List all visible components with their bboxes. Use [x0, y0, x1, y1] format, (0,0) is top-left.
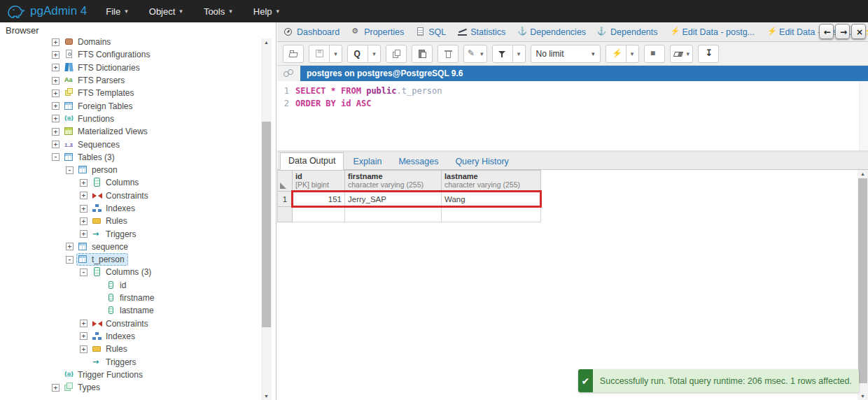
tree-item-domains[interactable]: +Domains	[0, 38, 260, 48]
object-tree[interactable]: +Domains+FTS Configurations+FTS Dictiona…	[0, 38, 260, 400]
save-options-button[interactable]: ▾	[330, 45, 342, 63]
cell-id[interactable]	[293, 207, 345, 222]
tree-expander-icon[interactable]: +	[52, 115, 59, 122]
tree-item-id[interactable]: +id	[0, 279, 260, 292]
stop-button[interactable]	[644, 45, 665, 63]
find-button[interactable]	[347, 45, 368, 63]
tree-item-trigger-functions[interactable]: +Trigger Functions	[0, 369, 260, 381]
tree-expander-icon[interactable]: +	[52, 77, 59, 85]
tree-expander-icon[interactable]: +	[80, 345, 88, 353]
copy-button[interactable]	[386, 45, 407, 63]
tree-item-fts-parsers[interactable]: +FTS Parsers	[0, 74, 260, 87]
column-header-lastname[interactable]: lastnamecharacter varying (255)	[442, 171, 541, 192]
filter-button[interactable]	[492, 45, 513, 63]
tree-item-columns-3[interactable]: -Columns (3)	[0, 266, 260, 278]
save-button[interactable]	[309, 45, 330, 63]
tree-item-fts-dictionaries[interactable]: +FTS Dictionaries	[0, 62, 260, 74]
tree-expander-icon[interactable]: +	[52, 90, 59, 97]
output-scrollbar[interactable]: ▲ ▼	[858, 170, 868, 400]
tree-item-indexes[interactable]: +Indexes	[0, 202, 260, 215]
open-file-button[interactable]	[283, 45, 304, 63]
tree-item-lastname[interactable]: +lastname	[0, 304, 260, 317]
tree-item-fts-templates[interactable]: +FTS Templates	[0, 87, 260, 99]
cell-id[interactable]: 151	[293, 192, 345, 207]
tree-expander-icon[interactable]: +	[52, 64, 59, 71]
cell-firstname[interactable]: Jerry_SAP	[345, 192, 442, 207]
tree-expander-icon[interactable]: +	[80, 205, 88, 213]
sidebar-scrollbar-thumb[interactable]	[262, 122, 271, 327]
execute-button[interactable]	[606, 45, 626, 63]
tree-item-fts-configurations[interactable]: +FTS Configurations	[0, 48, 260, 61]
tree-item-sequences[interactable]: +Sequences	[0, 138, 260, 150]
tree-item-triggers[interactable]: +Triggers	[0, 355, 260, 368]
tree-item-indexes[interactable]: +Indexes	[0, 330, 260, 343]
tab-properties[interactable]: Properties	[351, 27, 404, 37]
row-number[interactable]	[278, 207, 293, 222]
scroll-up-icon[interactable]: ▲	[261, 38, 272, 46]
edit-button[interactable]: ▾	[463, 45, 487, 63]
menu-object[interactable]: Object▾	[139, 0, 193, 22]
close-button[interactable]: ×	[851, 24, 866, 39]
tree-expander-icon[interactable]: +	[52, 141, 59, 148]
menu-tools[interactable]: Tools▾	[193, 0, 243, 22]
sql-editor[interactable]: 1SELECT * FROM public.t_person2ORDER BY …	[277, 81, 868, 150]
cell-lastname[interactable]	[442, 207, 541, 222]
tree-item-types[interactable]: +Types	[0, 381, 260, 394]
tab-sql[interactable]: SQL	[416, 27, 446, 37]
menu-file[interactable]: File▾	[95, 0, 138, 22]
tree-item-sequence[interactable]: +sequence	[0, 241, 260, 253]
tree-expander-icon[interactable]: +	[80, 192, 88, 199]
tree-expander-icon[interactable]: +	[52, 102, 59, 110]
paste-button[interactable]	[412, 45, 433, 63]
tree-item-partial[interactable]: +	[0, 394, 260, 400]
tree-expander-icon[interactable]: -	[80, 269, 88, 276]
tree-item-constraints[interactable]: +Constraints	[0, 317, 260, 330]
menu-help[interactable]: Help▾	[243, 0, 290, 22]
tree-item-tables-3[interactable]: -Tables (3)	[0, 151, 260, 164]
tree-item-materialized-views[interactable]: +Materialized Views	[0, 125, 260, 138]
select-all-corner[interactable]	[278, 171, 293, 192]
sidebar-scrollbar[interactable]: ▲ ▼	[261, 38, 272, 400]
tree-item-columns[interactable]: +Columns	[0, 176, 260, 189]
tree-expander-icon[interactable]: -	[66, 256, 74, 264]
tree-item-person[interactable]: -person	[0, 164, 260, 176]
tab-dashboard[interactable]: Dashboard	[284, 27, 340, 37]
find-options-button[interactable]: ▾	[368, 45, 381, 63]
cell-firstname[interactable]	[345, 207, 442, 222]
output-tab-query-history[interactable]: Query History	[447, 154, 516, 170]
scroll-down-icon[interactable]: ▼	[261, 392, 272, 400]
clear-button[interactable]: ▾	[670, 45, 694, 63]
tree-expander-icon[interactable]: +	[52, 384, 59, 392]
back-button[interactable]: ←	[819, 24, 834, 39]
output-tab-messages[interactable]: Messages	[391, 154, 446, 170]
scroll-up-icon[interactable]: ▲	[858, 170, 868, 178]
connection-status[interactable]	[277, 66, 300, 81]
tree-expander-icon[interactable]: +	[80, 320, 88, 327]
tree-item-t-person[interactable]: -t_person	[0, 253, 260, 266]
tree-expander-icon[interactable]: +	[52, 51, 59, 59]
tree-item-functions[interactable]: +Functions	[0, 113, 260, 125]
tree-item-constraints[interactable]: +Constraints	[0, 190, 260, 202]
limit-select[interactable]: No limit▾	[531, 45, 601, 63]
row-number[interactable]: 1	[278, 192, 293, 207]
delete-button[interactable]	[438, 45, 458, 63]
output-tab-data-output[interactable]: Data Output	[280, 152, 344, 170]
tree-expander-icon[interactable]: +	[80, 230, 88, 238]
output-tab-explain[interactable]: Explain	[345, 154, 389, 170]
tree-item-firstname[interactable]: +firstname	[0, 292, 260, 304]
tab-statistics[interactable]: Statistics	[458, 27, 505, 37]
column-header-firstname[interactable]: firstnamecharacter varying (255)	[345, 171, 442, 192]
download-button[interactable]	[698, 45, 719, 63]
tree-item-rules[interactable]: +Rules	[0, 343, 260, 355]
tree-item-foreign-tables[interactable]: +Foreign Tables	[0, 99, 260, 112]
tree-expander-icon[interactable]: -	[66, 166, 74, 174]
tree-expander-icon[interactable]: +	[80, 217, 88, 225]
scroll-down-icon[interactable]: ▼	[858, 392, 868, 400]
tree-expander-icon[interactable]: +	[52, 38, 59, 46]
output-scrollbar-thumb[interactable]	[858, 178, 867, 383]
filter-options-button[interactable]: ▾	[513, 45, 526, 63]
result-table[interactable]: id[PK] bigintfirstnamecharacter varying …	[277, 170, 541, 222]
tree-item-triggers[interactable]: +Triggers	[0, 227, 260, 240]
tab-dependents[interactable]: Dependents	[598, 27, 657, 37]
column-header-id[interactable]: id[PK] bigint	[293, 171, 345, 192]
